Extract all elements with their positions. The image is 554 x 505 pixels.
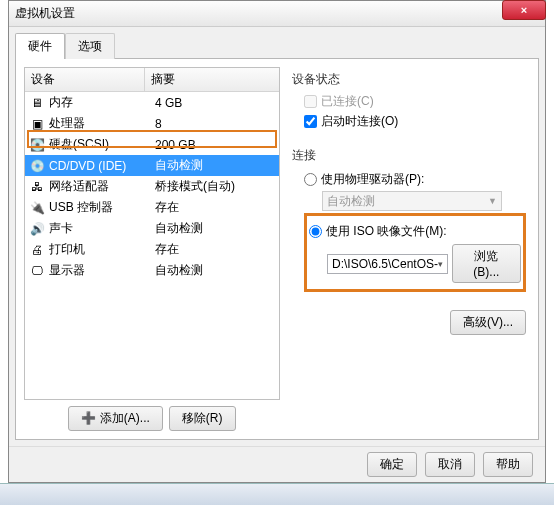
device-summary: 8: [149, 117, 275, 131]
device-name: USB 控制器: [49, 199, 149, 216]
table-row[interactable]: 🖨 打印机 存在: [25, 239, 279, 260]
content-area: 设备 摘要 🖥 内存 4 GB ▣ 处理器 8 💽: [15, 58, 539, 440]
device-summary: 存在: [149, 241, 275, 258]
iso-radio[interactable]: 使用 ISO 映像文件(M):: [295, 223, 521, 240]
tab-hardware[interactable]: 硬件: [15, 33, 65, 59]
physical-text: 使用物理驱动器(P):: [321, 171, 424, 188]
physical-radio[interactable]: 使用物理驱动器(P):: [304, 171, 526, 188]
connect-on-checkbox[interactable]: 启动时连接(O): [304, 113, 526, 130]
right-pane: 设备状态 已连接(C) 启动时连接(O) 连接: [288, 67, 530, 431]
memory-icon: 🖥: [29, 96, 45, 110]
left-buttons: ➕ 添加(A)... 移除(R): [24, 406, 280, 431]
iso-radio-input[interactable]: [309, 225, 322, 238]
device-list: 设备 摘要 🖥 内存 4 GB ▣ 处理器 8 💽: [24, 67, 280, 400]
physical-value: 自动检测: [327, 193, 375, 210]
browse-button[interactable]: 浏览(B)...: [452, 244, 521, 283]
left-pane: 设备 摘要 🖥 内存 4 GB ▣ 处理器 8 💽: [24, 67, 280, 431]
tab-options[interactable]: 选项: [65, 33, 115, 59]
close-button[interactable]: ×: [502, 0, 546, 20]
device-name: CD/DVD (IDE): [49, 159, 149, 173]
device-summary: 自动检测: [149, 220, 275, 237]
cdrom-icon: 💿: [29, 159, 45, 173]
table-row[interactable]: 💽 硬盘(SCSI) 200 GB: [25, 134, 279, 155]
table-row[interactable]: 💿 CD/DVD (IDE) 自动检测: [25, 155, 279, 176]
display-icon: 🖵: [29, 264, 45, 278]
device-name: 内存: [49, 94, 149, 111]
window-title: 虚拟机设置: [15, 5, 75, 22]
network-icon: 🖧: [29, 180, 45, 194]
ok-button[interactable]: 确定: [367, 452, 417, 477]
device-summary: 存在: [149, 199, 275, 216]
iso-path-combo[interactable]: D:\ISO\6.5\CentOS-6.5-x86 ▾: [327, 254, 448, 274]
connection-group: 连接 使用物理驱动器(P): 自动检测 ▼: [292, 147, 526, 292]
table-row[interactable]: 🖥 内存 4 GB: [25, 92, 279, 113]
table-row[interactable]: 🔊 声卡 自动检测: [25, 218, 279, 239]
connected-input: [304, 95, 317, 108]
taskbar: [0, 483, 554, 505]
connect-on-input[interactable]: [304, 115, 317, 128]
printer-icon: 🖨: [29, 243, 45, 257]
usb-icon: 🔌: [29, 201, 45, 215]
device-name: 网络适配器: [49, 178, 149, 195]
cancel-button[interactable]: 取消: [425, 452, 475, 477]
add-button[interactable]: ➕ 添加(A)...: [68, 406, 162, 431]
iso-path-value: D:\ISO\6.5\CentOS-6.5-x86: [332, 257, 438, 271]
chevron-down-icon: ▾: [438, 259, 443, 269]
highlight-annotation: 使用 ISO 映像文件(M): D:\ISO\6.5\CentOS-6.5-x8…: [304, 213, 526, 292]
device-summary: 自动检测: [149, 262, 275, 279]
plus-icon: ➕: [81, 411, 96, 425]
close-icon: ×: [521, 4, 527, 16]
table-row[interactable]: 🖧 网络适配器 桥接模式(自动): [25, 176, 279, 197]
connect-on-text: 启动时连接(O): [321, 113, 398, 130]
connected-text: 已连接(C): [321, 93, 374, 110]
physical-radio-input[interactable]: [304, 173, 317, 186]
device-summary: 自动检测: [149, 157, 275, 174]
device-summary: 桥接模式(自动): [149, 178, 275, 195]
help-button[interactable]: 帮助: [483, 452, 533, 477]
dialog-footer: 确定 取消 帮助: [9, 446, 545, 482]
tab-strip: 硬件 选项: [9, 27, 545, 59]
sound-icon: 🔊: [29, 222, 45, 236]
advanced-button[interactable]: 高级(V)...: [450, 310, 526, 335]
device-name: 硬盘(SCSI): [49, 136, 149, 153]
physical-drive-select: 自动检测 ▼: [322, 191, 502, 211]
status-label: 设备状态: [292, 71, 526, 88]
table-header: 设备 摘要: [25, 68, 279, 92]
device-name: 显示器: [49, 262, 149, 279]
device-name: 打印机: [49, 241, 149, 258]
header-summary: 摘要: [145, 68, 279, 91]
table-row[interactable]: 🖵 显示器 自动检测: [25, 260, 279, 281]
connected-checkbox[interactable]: 已连接(C): [304, 93, 526, 110]
add-label: 添加(A)...: [100, 411, 150, 425]
cpu-icon: ▣: [29, 117, 45, 131]
table-row[interactable]: 🔌 USB 控制器 存在: [25, 197, 279, 218]
iso-text: 使用 ISO 映像文件(M):: [326, 223, 447, 240]
header-device: 设备: [25, 68, 145, 91]
remove-button[interactable]: 移除(R): [169, 406, 236, 431]
settings-dialog: 虚拟机设置 × 硬件 选项 设备 摘要 🖥 内存 4 GB: [8, 0, 546, 483]
status-group: 设备状态 已连接(C) 启动时连接(O): [292, 71, 526, 137]
advanced-row: 高级(V)...: [292, 310, 526, 335]
disk-icon: 💽: [29, 138, 45, 152]
device-name: 声卡: [49, 220, 149, 237]
chevron-down-icon: ▼: [488, 196, 497, 206]
device-summary: 4 GB: [149, 96, 275, 110]
title-bar: 虚拟机设置 ×: [9, 1, 545, 27]
table-row[interactable]: ▣ 处理器 8: [25, 113, 279, 134]
connection-label: 连接: [292, 147, 526, 164]
device-summary: 200 GB: [149, 138, 275, 152]
device-name: 处理器: [49, 115, 149, 132]
